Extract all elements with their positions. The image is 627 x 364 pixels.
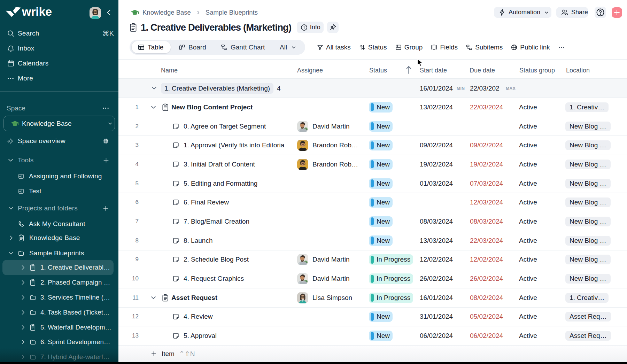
svg-text:wrike: wrike	[22, 5, 52, 18]
